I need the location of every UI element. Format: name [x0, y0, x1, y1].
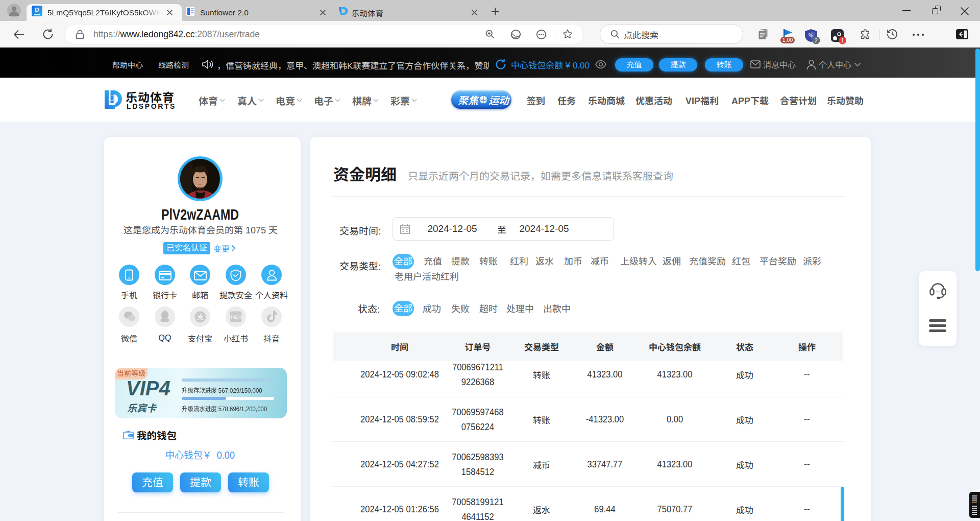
- svg-text:1.00: 1.00: [782, 37, 793, 43]
- svg-text:支: 支: [197, 312, 204, 321]
- svg-text:小红书: 小红书: [230, 314, 242, 320]
- svg-text:1: 1: [841, 37, 844, 43]
- svg-text:%: %: [808, 33, 813, 38]
- svg-text:2: 2: [815, 37, 818, 43]
